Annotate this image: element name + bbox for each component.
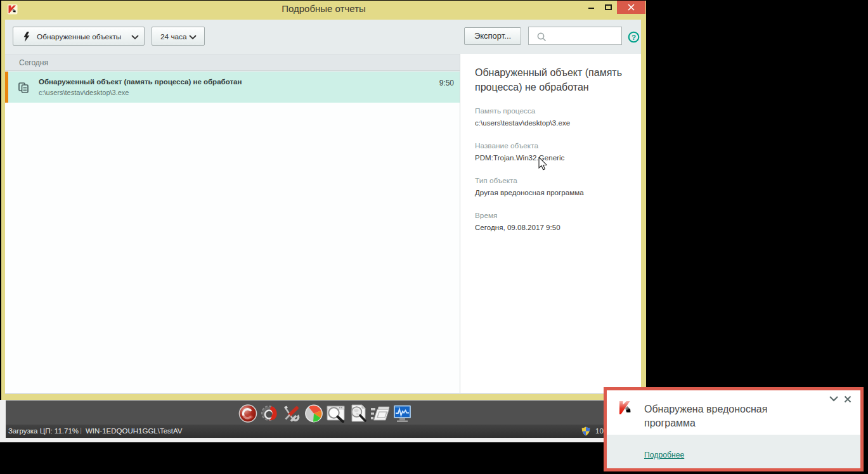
svg-text:?: ? (632, 34, 636, 41)
